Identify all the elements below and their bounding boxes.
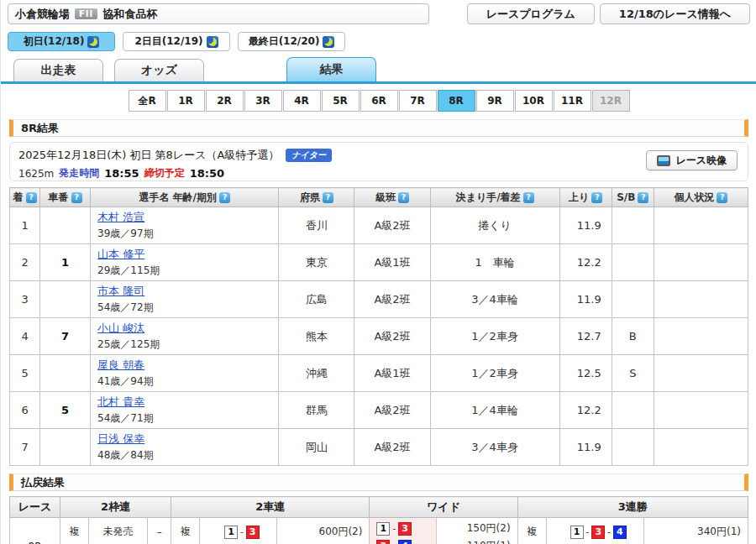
table-row: 6 5 北村 貴幸54歳／71期 群馬 A級2班 1／4車輪 12.2 [10,392,748,429]
race-tab-3r[interactable]: 3R [244,90,282,112]
prefecture-cell: 群馬 [279,392,354,429]
night-race-icon [323,36,334,48]
payout-table: レース 2枠連 2車連 ワイド 3連勝 8R 複 未発売 – 複 1-3 600… [9,496,748,544]
help-icon[interactable]: ? [219,192,230,203]
lap-time-cell: 11.9 [559,429,612,466]
race-program-button[interactable]: レースプログラム [467,3,595,24]
day-tab-day1[interactable]: 初日(12/18) [8,32,115,51]
race-info-button[interactable]: 12/18のレース情報へ [600,3,750,24]
rider-name-link[interactable]: 日浅 保幸 [97,432,271,447]
car-number-chip: 3 [246,526,260,539]
rider-age: 54歳／71期 [97,411,271,426]
status-cell [654,244,748,281]
race-tab-1r[interactable]: 1R [167,90,205,112]
race-tab-10r[interactable]: 10R [515,90,553,112]
help-icon[interactable]: ? [398,192,409,203]
rider-age: 25歳／125期 [97,337,271,352]
rider-name-link[interactable]: 木村 浩宣 [97,210,271,225]
payout-header-row: レース 2枠連 2車連 ワイド 3連勝 [10,497,748,518]
car-number-chip: 3 [591,526,605,539]
margin-cell: 1／2車身 [430,355,559,392]
race-tab-8r[interactable]: 8R [438,90,475,112]
wide-combos: 1-3 3-4 1-4 [370,518,437,544]
prefecture-cell: 熊本 [279,318,354,355]
car-number-chip: 3 [398,522,412,536]
race-tab-all[interactable]: 全R [129,90,166,112]
race-date: 2025年12月18日(木) 初日 第8レース（A級特予選） [18,148,279,163]
rider-cell: 北村 貴幸54歳／71期 [91,392,279,429]
help-icon[interactable]: ? [591,192,602,203]
close-time-value: 18:50 [190,167,224,180]
results-table: 着? 車番? 選手名 年齢/期別? 府県? 級班? 決まり手/着差? 上り? S… [9,187,748,466]
table-row: 3 4 市本 隆司54歳／72期 広島 A級2班 3／4車輪 11.9 [10,281,748,318]
rider-name-link[interactable]: 山本 修平 [97,247,271,262]
grade-cell: A級2班 [354,318,430,355]
rider-name-link[interactable]: 市本 隆司 [97,284,271,299]
start-time-value: 18:55 [104,167,139,180]
race-tab-11r[interactable]: 11R [554,90,591,112]
car-number-cell: 5 [40,392,91,429]
tab-odds[interactable]: オッズ [114,59,204,81]
top-header-row: 小倉競輪場 FII 協和食品杯 レースプログラム 12/18のレース情報へ [1,0,756,24]
prefecture-cell: 東京 [279,244,354,281]
rider-name-link[interactable]: 北村 貴幸 [97,395,271,410]
rank-cell: 5 [10,355,40,392]
lap-time-cell: 12.2 [559,392,612,429]
race-tab-2r[interactable]: 2R [206,90,244,112]
col-header-pref: 府県? [279,188,354,207]
margin-cell: 捲くり [430,207,559,244]
night-race-icon [87,36,99,48]
car-number-cell: 4 [40,281,91,318]
rider-cell: 木村 浩宣39歳／97期 [91,207,279,244]
niwaku-fuku-value: 未発売 [89,518,148,544]
result-section-title: 8R結果 [9,119,748,137]
margin-cell: 1／4車輪 [430,392,559,429]
day-tab-day2[interactable]: 2日目(12/19) [123,32,230,51]
race-tab-4r[interactable]: 4R [283,90,321,112]
rank-cell: 4 [10,318,40,355]
wide-combo: 3-4 [370,537,436,544]
rider-name-link[interactable]: 屋良 朝春 [97,358,271,373]
table-row: 7 6 日浅 保幸48歳／84期 岡山 A級2班 3／4車身 11.9 [10,429,748,466]
status-cell [654,318,748,355]
chip-separator: - [240,527,244,536]
race-tab-6r[interactable]: 6R [360,90,398,112]
table-row: 5 2 屋良 朝春41歳／94期 沖縄 A級1班 1／2車身 12.5 S [10,355,748,392]
wide-combo: 1-3 [370,520,436,537]
table-row: 2 1 山本 修平29歳／115期 東京 A級1班 1 車輪 12.2 [10,244,748,281]
grade-cell: A級2班 [354,281,430,318]
day-tabs: 初日(12/18) 2日目(12/19) 最終日(12/20) [1,24,756,51]
main-tabs: 出走表 オッズ 結果 [1,51,756,81]
results-header-row: 着? 車番? 選手名 年齢/期別? 府県? 級班? 決まり手/着差? 上り? S… [10,188,748,207]
sanren-fuku-payout: 340円(1) [643,518,748,544]
help-icon[interactable]: ? [638,192,648,203]
help-icon[interactable]: ? [26,192,37,203]
col-header-car: 車番? [40,188,91,207]
race-tab-5r[interactable]: 5R [322,90,360,112]
prefecture-cell: 岡山 [279,429,354,466]
grade-cell: A級2班 [354,207,430,244]
race-video-label: レース映像 [675,154,727,168]
car-number-cell: 2 [40,355,91,392]
help-icon[interactable]: ? [523,192,534,203]
rank-cell: 7 [10,429,40,466]
rider-name-link[interactable]: 小山 峻汰 [97,321,271,336]
help-icon[interactable]: ? [71,192,82,203]
race-tab-7r[interactable]: 7R [399,90,437,112]
help-icon[interactable]: ? [323,192,333,203]
day-tab-label: 初日(12/18) [24,34,85,49]
rider-cell: 小山 峻汰25歳／125期 [91,318,279,355]
payout-col-nisha: 2車連 [171,497,370,518]
help-icon[interactable]: ? [717,192,727,203]
margin-cell: 1 車輪 [430,244,559,281]
tab-start-list[interactable]: 出走表 [13,59,103,81]
day-tab-final[interactable]: 最終日(12/20) [238,32,345,51]
night-race-icon [207,36,218,48]
col-header-name: 選手名 年齢/期別? [91,188,279,207]
race-video-button[interactable]: レース映像 [646,150,738,170]
rider-age: 41歳／94期 [97,374,271,389]
tab-results[interactable]: 結果 [286,57,376,81]
event-title: 協和食品杯 [102,7,157,22]
race-tab-9r[interactable]: 9R [476,90,514,112]
fuku-label: 複 [60,518,89,544]
